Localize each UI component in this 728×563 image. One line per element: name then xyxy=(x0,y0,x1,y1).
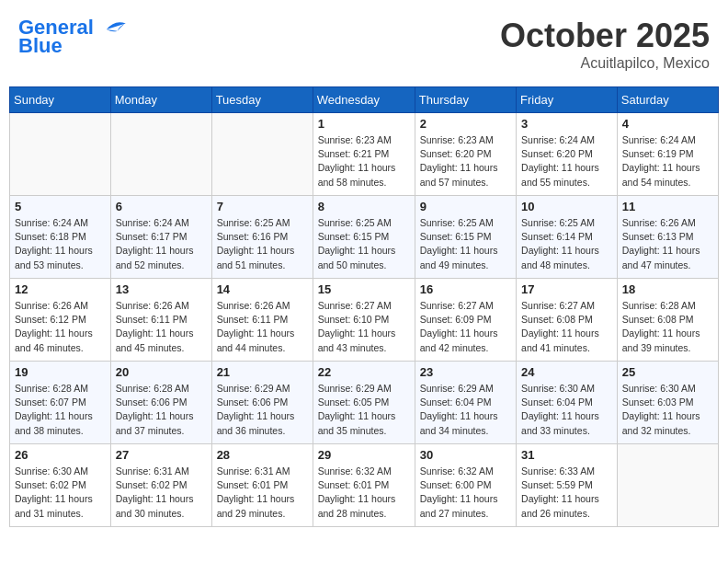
day-number: 17 xyxy=(521,282,612,296)
day-number: 27 xyxy=(116,448,207,462)
day-info: Sunrise: 6:27 AM Sunset: 6:08 PM Dayligh… xyxy=(521,299,612,355)
day-info: Sunrise: 6:29 AM Sunset: 6:04 PM Dayligh… xyxy=(420,382,511,438)
calendar-cell: 13Sunrise: 6:26 AM Sunset: 6:11 PM Dayli… xyxy=(110,279,211,362)
day-number: 12 xyxy=(15,282,106,296)
day-info: Sunrise: 6:28 AM Sunset: 6:08 PM Dayligh… xyxy=(622,299,713,355)
day-info: Sunrise: 6:32 AM Sunset: 6:01 PM Dayligh… xyxy=(318,465,410,521)
calendar-cell: 29Sunrise: 6:32 AM Sunset: 6:01 PM Dayli… xyxy=(313,444,415,527)
day-number: 23 xyxy=(420,365,511,379)
day-number: 28 xyxy=(217,448,308,462)
day-number: 3 xyxy=(521,117,612,131)
weekday-header-saturday: Saturday xyxy=(617,87,718,113)
day-info: Sunrise: 6:31 AM Sunset: 6:01 PM Dayligh… xyxy=(217,465,308,521)
calendar-cell: 7Sunrise: 6:25 AM Sunset: 6:16 PM Daylig… xyxy=(211,196,313,279)
day-info: Sunrise: 6:23 AM Sunset: 6:21 PM Dayligh… xyxy=(318,133,410,190)
calendar-week-row: 1Sunrise: 6:23 AM Sunset: 6:21 PM Daylig… xyxy=(10,113,719,196)
day-info: Sunrise: 6:25 AM Sunset: 6:15 PM Dayligh… xyxy=(420,216,511,272)
day-number: 6 xyxy=(116,200,207,213)
calendar-cell: 18Sunrise: 6:28 AM Sunset: 6:08 PM Dayli… xyxy=(617,279,718,362)
calendar-cell: 26Sunrise: 6:30 AM Sunset: 6:02 PM Dayli… xyxy=(10,444,111,527)
calendar-cell: 14Sunrise: 6:26 AM Sunset: 6:11 PM Dayli… xyxy=(211,279,313,362)
calendar-cell xyxy=(10,113,111,196)
weekday-header-friday: Friday xyxy=(517,87,618,113)
day-number: 10 xyxy=(521,200,612,213)
day-info: Sunrise: 6:27 AM Sunset: 6:09 PM Dayligh… xyxy=(420,299,511,355)
calendar-cell: 23Sunrise: 6:29 AM Sunset: 6:04 PM Dayli… xyxy=(415,362,516,444)
calendar-cell: 11Sunrise: 6:26 AM Sunset: 6:13 PM Dayli… xyxy=(617,196,718,279)
day-number: 4 xyxy=(622,117,713,131)
day-number: 1 xyxy=(318,117,410,131)
calendar-cell: 22Sunrise: 6:29 AM Sunset: 6:05 PM Dayli… xyxy=(313,362,415,444)
day-info: Sunrise: 6:27 AM Sunset: 6:10 PM Dayligh… xyxy=(318,299,410,355)
calendar-cell: 2Sunrise: 6:23 AM Sunset: 6:20 PM Daylig… xyxy=(415,113,516,196)
logo-bird-icon xyxy=(101,19,129,38)
calendar-cell xyxy=(617,444,718,527)
calendar-cell: 17Sunrise: 6:27 AM Sunset: 6:08 PM Dayli… xyxy=(517,279,618,362)
calendar-cell: 31Sunrise: 6:33 AM Sunset: 5:59 PM Dayli… xyxy=(517,444,618,527)
location: Acuitlapilco, Mexico xyxy=(500,55,710,72)
day-number: 18 xyxy=(622,282,713,296)
day-number: 29 xyxy=(318,448,410,462)
calendar-cell: 3Sunrise: 6:24 AM Sunset: 6:20 PM Daylig… xyxy=(517,113,618,196)
day-info: Sunrise: 6:33 AM Sunset: 5:59 PM Dayligh… xyxy=(521,465,612,521)
day-info: Sunrise: 6:26 AM Sunset: 6:13 PM Dayligh… xyxy=(622,216,713,272)
day-info: Sunrise: 6:30 AM Sunset: 6:04 PM Dayligh… xyxy=(521,382,612,438)
day-info: Sunrise: 6:28 AM Sunset: 6:06 PM Dayligh… xyxy=(116,382,207,438)
calendar-cell: 27Sunrise: 6:31 AM Sunset: 6:02 PM Dayli… xyxy=(110,444,211,527)
calendar-cell: 12Sunrise: 6:26 AM Sunset: 6:12 PM Dayli… xyxy=(10,279,111,362)
weekday-header-wednesday: Wednesday xyxy=(313,87,415,113)
day-info: Sunrise: 6:25 AM Sunset: 6:14 PM Dayligh… xyxy=(521,216,612,272)
weekday-header-monday: Monday xyxy=(110,87,211,113)
day-number: 30 xyxy=(420,448,511,462)
calendar-cell: 10Sunrise: 6:25 AM Sunset: 6:14 PM Dayli… xyxy=(517,196,618,279)
day-number: 2 xyxy=(420,117,511,131)
calendar-cell: 30Sunrise: 6:32 AM Sunset: 6:00 PM Dayli… xyxy=(415,444,516,527)
calendar-cell: 25Sunrise: 6:30 AM Sunset: 6:03 PM Dayli… xyxy=(617,362,718,444)
calendar-week-row: 26Sunrise: 6:30 AM Sunset: 6:02 PM Dayli… xyxy=(10,444,719,527)
calendar-week-row: 19Sunrise: 6:28 AM Sunset: 6:07 PM Dayli… xyxy=(10,362,719,444)
day-number: 15 xyxy=(318,282,410,296)
calendar-cell: 24Sunrise: 6:30 AM Sunset: 6:04 PM Dayli… xyxy=(517,362,618,444)
calendar-cell: 1Sunrise: 6:23 AM Sunset: 6:21 PM Daylig… xyxy=(313,113,415,196)
day-info: Sunrise: 6:31 AM Sunset: 6:02 PM Dayligh… xyxy=(116,465,207,521)
calendar-week-row: 5Sunrise: 6:24 AM Sunset: 6:18 PM Daylig… xyxy=(10,196,719,279)
calendar-cell: 19Sunrise: 6:28 AM Sunset: 6:07 PM Dayli… xyxy=(10,362,111,444)
day-number: 26 xyxy=(15,448,106,462)
day-info: Sunrise: 6:26 AM Sunset: 6:11 PM Dayligh… xyxy=(217,299,308,355)
day-number: 13 xyxy=(116,282,207,296)
day-info: Sunrise: 6:25 AM Sunset: 6:16 PM Dayligh… xyxy=(217,216,308,272)
day-number: 25 xyxy=(622,365,713,379)
weekday-header-tuesday: Tuesday xyxy=(211,87,313,113)
day-info: Sunrise: 6:24 AM Sunset: 6:19 PM Dayligh… xyxy=(622,133,713,190)
calendar-cell: 20Sunrise: 6:28 AM Sunset: 6:06 PM Dayli… xyxy=(110,362,211,444)
day-info: Sunrise: 6:29 AM Sunset: 6:06 PM Dayligh… xyxy=(217,382,308,438)
day-number: 5 xyxy=(15,200,106,213)
day-number: 24 xyxy=(521,365,612,379)
month-title: October 2025 xyxy=(500,17,710,55)
day-info: Sunrise: 6:23 AM Sunset: 6:20 PM Dayligh… xyxy=(420,133,511,190)
calendar-cell: 9Sunrise: 6:25 AM Sunset: 6:15 PM Daylig… xyxy=(415,196,516,279)
day-number: 14 xyxy=(217,282,308,296)
calendar-cell: 21Sunrise: 6:29 AM Sunset: 6:06 PM Dayli… xyxy=(211,362,313,444)
calendar-cell xyxy=(110,113,211,196)
day-info: Sunrise: 6:26 AM Sunset: 6:12 PM Dayligh… xyxy=(15,299,106,355)
day-info: Sunrise: 6:30 AM Sunset: 6:02 PM Dayligh… xyxy=(15,465,106,521)
day-number: 22 xyxy=(318,365,410,379)
day-info: Sunrise: 6:30 AM Sunset: 6:03 PM Dayligh… xyxy=(622,382,713,438)
day-info: Sunrise: 6:29 AM Sunset: 6:05 PM Dayligh… xyxy=(318,382,410,438)
day-info: Sunrise: 6:32 AM Sunset: 6:00 PM Dayligh… xyxy=(420,465,511,521)
calendar-cell: 28Sunrise: 6:31 AM Sunset: 6:01 PM Dayli… xyxy=(211,444,313,527)
day-number: 8 xyxy=(318,200,410,213)
day-number: 16 xyxy=(420,282,511,296)
calendar-cell: 4Sunrise: 6:24 AM Sunset: 6:19 PM Daylig… xyxy=(617,113,718,196)
day-number: 7 xyxy=(217,200,308,213)
calendar-cell: 16Sunrise: 6:27 AM Sunset: 6:09 PM Dayli… xyxy=(415,279,516,362)
day-info: Sunrise: 6:24 AM Sunset: 6:17 PM Dayligh… xyxy=(116,216,207,272)
day-info: Sunrise: 6:26 AM Sunset: 6:11 PM Dayligh… xyxy=(116,299,207,355)
day-info: Sunrise: 6:28 AM Sunset: 6:07 PM Dayligh… xyxy=(15,382,106,438)
calendar-header-row: SundayMondayTuesdayWednesdayThursdayFrid… xyxy=(10,87,719,113)
day-info: Sunrise: 6:24 AM Sunset: 6:18 PM Dayligh… xyxy=(15,216,106,272)
weekday-header-thursday: Thursday xyxy=(415,87,516,113)
day-number: 19 xyxy=(15,365,106,379)
calendar-cell: 6Sunrise: 6:24 AM Sunset: 6:17 PM Daylig… xyxy=(110,196,211,279)
